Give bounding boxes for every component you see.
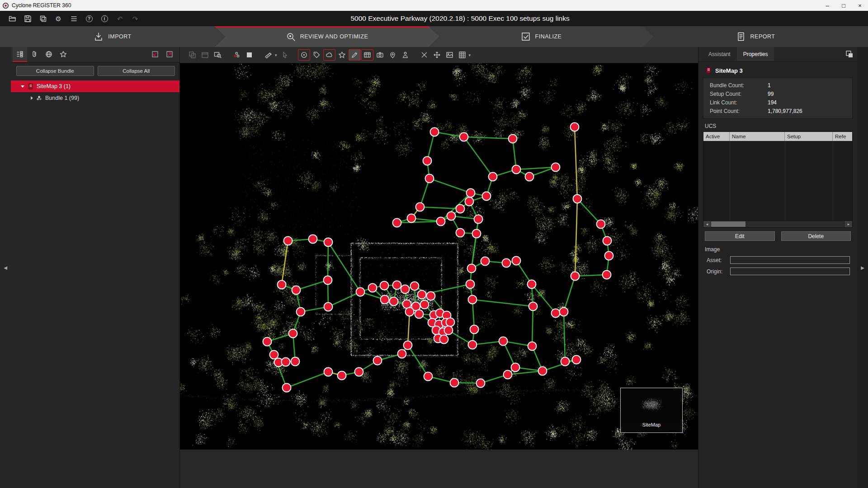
setup-link[interactable]	[564, 312, 565, 361]
origin-input[interactable]	[730, 267, 850, 275]
setup-node[interactable]	[425, 174, 434, 183]
grid-dropdown-icon[interactable]: ▾	[469, 53, 471, 57]
setup-node[interactable]	[393, 281, 401, 290]
setup-node[interactable]	[437, 217, 445, 226]
measure-tool-button[interactable]	[262, 49, 274, 61]
setup-node[interactable]	[572, 356, 581, 364]
ucs-table-body[interactable]	[703, 141, 852, 221]
tab-project-tree[interactable]	[13, 47, 27, 62]
setup-link[interactable]	[408, 312, 410, 345]
toggle-setups[interactable]	[298, 49, 310, 61]
setup-node[interactable]	[423, 157, 432, 165]
setup-node[interactable]	[512, 165, 521, 174]
setup-node[interactable]	[511, 363, 520, 372]
caret-right-icon[interactable]	[31, 96, 33, 100]
setup-node[interactable]	[597, 220, 605, 229]
setup-node[interactable]	[467, 264, 476, 273]
scroll-right-button[interactable]: ▸	[845, 221, 852, 227]
toggle-panoramas[interactable]	[361, 49, 373, 61]
setup-node[interactable]	[561, 357, 570, 366]
setup-node[interactable]	[571, 123, 579, 131]
setup-node[interactable]	[456, 229, 465, 237]
setup-link[interactable]	[575, 199, 577, 276]
close-button[interactable]: ×	[852, 0, 868, 11]
setup-node[interactable]	[447, 212, 456, 221]
toggle-draw-links[interactable]	[349, 49, 361, 61]
maximize-button[interactable]: □	[835, 0, 852, 11]
setup-link[interactable]	[472, 300, 533, 306]
setup-node[interactable]	[398, 350, 406, 358]
setup-node[interactable]	[472, 230, 481, 238]
setup-node[interactable]	[393, 219, 401, 227]
right-panel-expand-handle[interactable]: ▶	[857, 47, 868, 488]
redo-button[interactable]: ↷	[128, 12, 142, 25]
setup-node[interactable]	[528, 280, 536, 289]
setup-node[interactable]	[380, 282, 389, 290]
setup-node[interactable]	[470, 325, 479, 334]
setup-link[interactable]	[472, 234, 476, 268]
setup-link[interactable]	[328, 242, 360, 292]
setup-node[interactable]	[283, 384, 291, 392]
setup-node[interactable]	[456, 205, 465, 213]
setup-node[interactable]	[446, 318, 455, 327]
edit-ucs-button[interactable]: Edit	[705, 231, 775, 241]
ucs-column-name[interactable]: Name	[730, 132, 785, 141]
setup-node[interactable]	[263, 338, 272, 346]
setup-link[interactable]	[328, 292, 360, 307]
setup-link[interactable]	[464, 137, 513, 139]
setup-node[interactable]	[504, 371, 512, 379]
tree-item-bundle[interactable]: Bundle 1 (99)	[11, 92, 179, 104]
setup-link[interactable]	[287, 372, 328, 388]
minimize-button[interactable]: –	[819, 0, 835, 11]
setup-node[interactable]	[324, 303, 333, 311]
setup-node[interactable]	[468, 296, 477, 304]
tab-import[interactable]: IMPORT	[0, 26, 225, 47]
tree-item-sitemap[interactable]: SiteMap 3 (1)	[11, 80, 179, 92]
scroll-left-button[interactable]: ◂	[703, 221, 711, 227]
tab-web-maps[interactable]	[42, 47, 56, 62]
open-project-button[interactable]	[5, 12, 19, 25]
setup-node[interactable]	[381, 296, 389, 304]
setup-node[interactable]	[324, 368, 333, 376]
setup-node[interactable]	[603, 271, 611, 279]
about-button[interactable]: i	[98, 12, 111, 25]
toggle-images[interactable]	[374, 49, 386, 61]
setup-node[interactable]	[338, 371, 346, 380]
ucs-horizontal-scrollbar[interactable]: ◂ ▸	[703, 221, 852, 227]
setup-node[interactable]	[525, 173, 534, 181]
tab-attachments[interactable]	[27, 47, 42, 62]
setup-node[interactable]	[528, 342, 537, 351]
setup-node[interactable]	[291, 357, 300, 366]
minimap[interactable]: SiteMap	[620, 388, 683, 433]
setup-node[interactable]	[284, 237, 292, 245]
setup-node[interactable]	[499, 337, 508, 346]
asset-input[interactable]	[730, 256, 850, 264]
tab-properties[interactable]: Properties	[737, 47, 774, 61]
setup-node[interactable]	[390, 297, 398, 306]
export-sitemap-button[interactable]	[162, 47, 177, 62]
remove-links-button[interactable]	[418, 49, 430, 61]
setup-link[interactable]	[532, 306, 533, 346]
setup-node[interactable]	[603, 237, 612, 245]
toggle-favorites[interactable]	[336, 49, 348, 61]
setup-node[interactable]	[450, 379, 459, 387]
setup-link[interactable]	[397, 221, 441, 223]
setup-node[interactable]	[355, 368, 363, 376]
setup-node[interactable]	[481, 257, 490, 266]
toggle-gps-assets[interactable]	[399, 49, 411, 61]
settings-button[interactable]: ⚙	[52, 12, 65, 25]
export-view-button[interactable]	[199, 49, 211, 61]
save-project-button[interactable]	[21, 12, 34, 25]
toggle-clouds[interactable]	[323, 49, 335, 61]
setup-link[interactable]	[577, 199, 601, 224]
setup-node[interactable]	[560, 308, 568, 316]
cloud-solid-button[interactable]	[243, 49, 255, 61]
setup-link[interactable]	[542, 360, 576, 371]
setup-node[interactable]	[282, 358, 290, 366]
scrollbar-thumb[interactable]	[711, 221, 745, 227]
setup-node[interactable]	[460, 133, 468, 141]
setup-node[interactable]	[529, 302, 538, 311]
setup-node[interactable]	[356, 288, 365, 296]
event-log-button[interactable]	[67, 12, 80, 25]
setup-node[interactable]	[474, 215, 483, 224]
